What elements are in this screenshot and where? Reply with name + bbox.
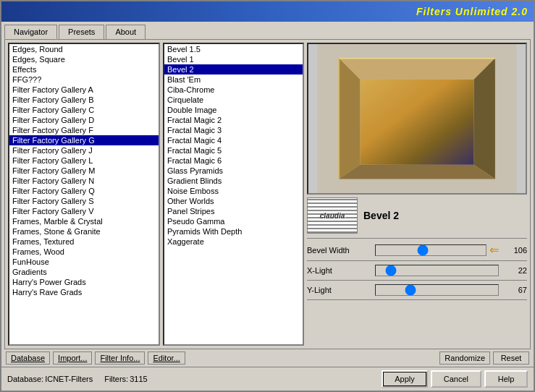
db-label: Database: [7,375,43,383]
left-list-item[interactable]: Filter Factory Gallery V [9,206,159,216]
middle-list-item[interactable]: Pseudo Gamma [164,216,303,226]
middle-list-item[interactable]: Bevel 2 [164,64,303,74]
left-list-item[interactable]: Frames, Stone & Granite [9,226,159,237]
left-buttons: Database Import... Filter Info... Editor… [6,351,185,365]
arrow-icon: ⇐ [489,243,499,257]
separator [307,280,527,281]
category-list[interactable]: Edges, RoundEdges, SquareEffectsFFG???Fi… [8,43,160,346]
left-list-item[interactable]: Filter Factory Gallery Q [9,186,159,196]
title-text: Filters Unlimited 2.0 [416,6,528,17]
param-value: 106 [502,246,527,255]
middle-list-item[interactable]: Xaggerate [164,237,303,247]
middle-list-item[interactable]: Other Worlds [164,196,303,206]
right-buttons: Randomize Reset [439,351,529,365]
left-panel: Edges, RoundEdges, SquareEffectsFFG???Fi… [8,43,160,346]
param-row: Bevel Width⇐106 [307,243,527,257]
left-list-item[interactable]: Gradients [9,267,159,277]
left-list-item[interactable]: Filter Factory Gallery B [9,95,159,105]
param-slider[interactable] [375,265,499,276]
thumbnail-text: claudia [320,212,345,220]
middle-list-item[interactable]: Glass Pyramids [164,166,303,176]
separator [307,260,527,261]
title-bar: Filters Unlimited 2.0 [1,1,534,22]
left-list-item[interactable]: Frames, Textured [9,237,159,247]
left-list-item[interactable]: FFG??? [9,74,159,85]
middle-list-item[interactable]: Fractal Magic 5 [164,145,303,155]
tab-bar: Navigator Presets About [1,22,534,39]
svg-marker-1 [339,59,495,80]
middle-list-item[interactable]: Cirquelate [164,95,303,105]
left-list-item[interactable]: FunHouse [9,257,159,267]
filter-thumbnail: claudia [307,197,358,234]
middle-list-item[interactable]: Bevel 1 [164,54,303,64]
editor-button[interactable]: Editor... [148,351,185,365]
param-slider[interactable] [375,244,486,256]
main-content: Edges, RoundEdges, SquareEffectsFFG???Fi… [4,39,531,349]
filter-name-row: claudia Bevel 2 [307,197,527,234]
param-label: X-Light [307,266,372,275]
left-list-item[interactable]: Filter Factory Gallery C [9,105,159,115]
separator [307,299,527,300]
svg-marker-4 [339,165,495,179]
database-button[interactable]: Database [6,351,50,365]
svg-marker-3 [473,59,494,179]
right-panel: claudia Bevel 2 Bevel Width⇐106X-Light22… [307,43,527,346]
middle-list-item[interactable]: Ciba-Chrome [164,85,303,95]
filter-info-button[interactable]: Filter Info... [95,351,145,365]
middle-list-item[interactable]: Fractal Magic 6 [164,155,303,166]
left-list-item[interactable]: Filter Factory Gallery M [9,166,159,176]
middle-panel: Bevel 1.5Bevel 1Bevel 2Blast 'EmCiba-Chr… [163,43,304,346]
left-list-item[interactable]: Harry's Power Grads [9,277,159,287]
preview-area [307,43,527,195]
middle-list-item[interactable]: Bevel 1.5 [164,44,303,54]
randomize-button[interactable]: Randomize [439,351,490,365]
help-button[interactable]: Help [484,370,528,388]
apply-button[interactable]: Apply [382,370,428,388]
left-list-item[interactable]: Frames, Wood [9,247,159,257]
left-list-item[interactable]: Edges, Square [9,54,159,64]
middle-list-item[interactable]: Fractal Magic 4 [164,135,303,145]
left-list-item[interactable]: Harry's Rave Grads [9,287,159,297]
filter-name-label: Bevel 2 [363,210,399,221]
middle-list-item[interactable]: Panel Stripes [164,206,303,216]
param-value: 22 [502,266,527,275]
middle-list-item[interactable]: Gradient Blinds [164,176,303,186]
main-window: Filters Unlimited 2.0 Navigator Presets … [0,0,535,392]
middle-list-item[interactable]: Pyramids With Depth [164,226,303,237]
middle-list-item[interactable]: Fractal Magic 2 [164,115,303,125]
tab-navigator[interactable]: Navigator [4,25,57,39]
bottom-toolbar: Database Import... Filter Info... Editor… [1,349,534,367]
filters-value: 3115 [130,375,147,383]
left-list-item[interactable]: Frames, Marble & Crystal [9,216,159,226]
left-list-item[interactable]: Filter Factory Gallery J [9,145,159,155]
middle-list-item[interactable]: Blast 'Em [164,74,303,85]
separator [307,238,527,239]
tab-presets[interactable]: Presets [59,25,104,39]
import-button[interactable]: Import... [53,351,92,365]
left-list-item[interactable]: Filter Factory Gallery A [9,85,159,95]
left-list-item[interactable]: Filter Factory Gallery F [9,125,159,135]
params-area: Bevel Width⇐106X-Light22Y-Light67 [307,243,527,346]
param-row: X-Light22 [307,265,527,276]
param-label: Y-Light [307,286,372,294]
middle-list-item[interactable]: Fractal Magic 3 [164,125,303,135]
middle-list-item[interactable]: Double Image [164,105,303,115]
left-list-item[interactable]: Filter Factory Gallery L [9,155,159,166]
filter-list[interactable]: Bevel 1.5Bevel 1Bevel 2Blast 'EmCiba-Chr… [163,43,304,346]
left-list-item[interactable]: Filter Factory Gallery S [9,196,159,206]
left-list-item[interactable]: Filter Factory Gallery N [9,176,159,186]
param-slider[interactable] [375,284,499,296]
cancel-button[interactable]: Cancel [431,370,481,388]
param-value: 67 [502,286,527,294]
filters-label: Filters: [104,375,128,383]
middle-list-item[interactable]: Noise Emboss [164,186,303,196]
tab-about[interactable]: About [106,25,146,39]
reset-button[interactable]: Reset [493,351,529,365]
param-label: Bevel Width [307,246,372,255]
left-list-item[interactable]: Filter Factory Gallery D [9,115,159,125]
svg-marker-5 [361,80,474,165]
left-list-item[interactable]: Effects [9,64,159,74]
left-list-item[interactable]: Edges, Round [9,44,159,54]
db-value: ICNET-Filters [45,375,93,383]
left-list-item[interactable]: Filter Factory Gallery G [9,135,159,145]
